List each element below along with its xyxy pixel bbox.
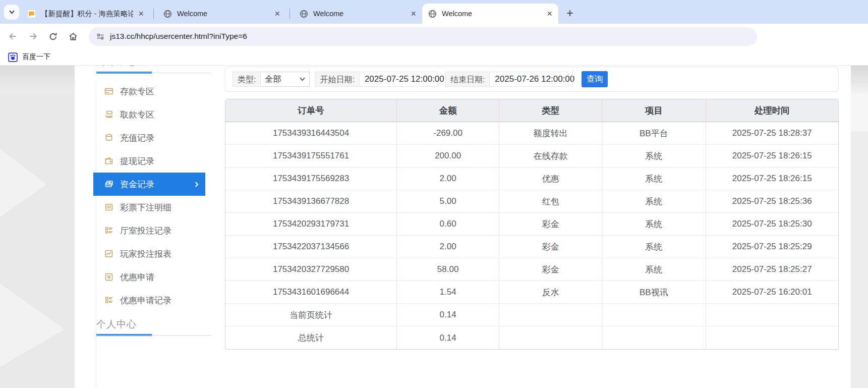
main-content: 类型: 全部 开始日期: 2025-07-25 12:00:00 结束日期: 2… xyxy=(225,66,839,349)
sidebar-item-promo-apply[interactable]: 优惠申请 xyxy=(93,265,205,289)
sidebar-item-hall-bet-record[interactable]: 厅室投注记录 xyxy=(93,219,205,242)
table-row: 17534220371345662.00彩金系统2025-07-25 18:25… xyxy=(225,236,838,258)
column-header: 处理时间 xyxy=(706,99,838,122)
forward-button[interactable] xyxy=(24,28,41,45)
bookmark-label: 百度一下 xyxy=(22,52,50,62)
reload-icon xyxy=(48,32,58,41)
sidebar-item-label: 提现记录 xyxy=(120,155,154,167)
table-cell: 优惠 xyxy=(499,168,602,190)
table-cell: 2025-07-25 18:25:27 xyxy=(706,258,838,281)
table-cell: 当前页统计 xyxy=(225,304,397,326)
table-cell xyxy=(706,304,838,326)
browser-toolbar: js13.cc/hhcp/usercenter.html?iniType=6 xyxy=(0,24,868,49)
tab-strip: 【新提醒】积分 - 海燕策略论坛×Welcome×Welcome×Welcome… xyxy=(0,0,868,24)
table-cell: 1753439136677828 xyxy=(225,190,397,213)
sidebar-section-title: 个人中心 xyxy=(96,317,222,332)
tab-3[interactable]: Welcome× xyxy=(294,4,422,24)
tab-close-button[interactable]: × xyxy=(136,9,146,18)
home-button[interactable] xyxy=(65,28,82,45)
tab-close-button[interactable]: × xyxy=(545,9,554,18)
tab-title: Welcome xyxy=(442,10,542,18)
back-button[interactable] xyxy=(4,28,21,45)
watermark-triangle xyxy=(0,284,65,367)
table-cell: 58.00 xyxy=(397,258,499,281)
tab-search-button[interactable] xyxy=(4,5,19,20)
sidebar-item-label: 优惠申请 xyxy=(120,271,154,283)
sidebar-item-funds-record[interactable]: 资金记录 xyxy=(93,173,205,196)
table-cell xyxy=(602,326,706,349)
sidebar-item-withdraw-hand[interactable]: 取款专区 xyxy=(93,103,205,126)
tab-1[interactable]: 【新提醒】积分 - 海燕策略论坛× xyxy=(21,4,150,24)
table-cell: 2025-07-25 18:28:37 xyxy=(706,122,838,145)
sidebar-item-label: 厅室投注记录 xyxy=(120,225,171,237)
sidebar-menu: 存款专区取款专区充值记录提现记录资金记录彩票下注明细厅室投注记录玩家投注报表优惠… xyxy=(93,80,222,312)
sidebar-item-player-report[interactable]: 玩家投注报表 xyxy=(93,242,205,265)
table-cell: BB平台 xyxy=(602,122,706,145)
table-cell: 总统计 xyxy=(225,326,397,349)
page-right-margin xyxy=(851,66,868,388)
end-date-input[interactable]: 2025-07-26 12:00:00 xyxy=(490,72,568,87)
table-cell: 系统 xyxy=(602,168,706,190)
promo-apply-icon xyxy=(104,272,113,282)
sidebar-item-withdraw-record[interactable]: 提现记录 xyxy=(93,149,205,173)
table-cell: 1753439175551761 xyxy=(225,145,397,168)
tab-title: 【新提醒】积分 - 海燕策略论坛 xyxy=(41,9,133,19)
table-cell: 1753439175569283 xyxy=(225,168,397,190)
tab-divider xyxy=(153,9,154,19)
column-header: 类型 xyxy=(499,99,602,122)
right-texture xyxy=(851,66,868,93)
summary-row: 当前页统计0.14 xyxy=(225,304,838,326)
bookmark-baidu[interactable]: 百度一下 xyxy=(8,51,50,63)
globe-favicon-icon xyxy=(428,10,437,18)
table-cell: 1753420293179731 xyxy=(225,213,397,236)
bookmarks-bar: 百度一下 xyxy=(0,49,868,66)
filter-bar: 类型: 全部 开始日期: 2025-07-25 12:00:00 结束日期: 2… xyxy=(225,67,839,92)
withdraw-record-icon xyxy=(104,156,113,165)
sidebar-item-label: 玩家投注报表 xyxy=(120,248,171,260)
recharge-coin-icon xyxy=(104,133,113,142)
table-cell: 彩金 xyxy=(499,258,602,281)
table-cell xyxy=(499,304,602,326)
section-underline xyxy=(96,72,211,74)
table-cell: 1753422037134566 xyxy=(225,236,397,258)
type-select[interactable]: 全部 xyxy=(261,72,310,87)
tab-close-button[interactable]: × xyxy=(409,9,418,18)
table-cell xyxy=(706,326,838,349)
table-cell: 系统 xyxy=(602,236,706,258)
tab-2[interactable]: Welcome× xyxy=(157,4,286,24)
sidebar-item-recharge-coin[interactable]: 充值记录 xyxy=(93,126,205,149)
tab-4[interactable]: Welcome× xyxy=(422,4,558,24)
globe-favicon-icon xyxy=(300,10,308,18)
table-cell: 1753420327729580 xyxy=(225,258,397,281)
table-cell: 5.00 xyxy=(397,190,499,213)
search-button[interactable]: 查询 xyxy=(582,71,608,87)
reload-button[interactable] xyxy=(44,28,62,45)
tab-close-button[interactable]: × xyxy=(272,9,282,18)
chevron-down-icon xyxy=(9,10,15,14)
table-cell: 系统 xyxy=(602,190,706,213)
url-text: js13.cc/hhcp/usercenter.html?iniType=6 xyxy=(110,32,247,41)
site-settings-icon xyxy=(96,32,105,41)
url-bar[interactable]: js13.cc/hhcp/usercenter.html?iniType=6 xyxy=(89,27,757,46)
section-underline xyxy=(96,334,211,336)
page-left-margin xyxy=(0,66,75,388)
table-row: 17534391366778285.00红包系统2025-07-25 18:25… xyxy=(225,190,838,213)
sidebar-item-promo-record[interactable]: 优惠申请记录 xyxy=(93,289,205,312)
page-content: 财务中心存款专区取款专区充值记录提现记录资金记录彩票下注明细厅室投注记录玩家投注… xyxy=(0,66,868,388)
start-date-input[interactable]: 2025-07-25 12:00:00 xyxy=(360,72,438,87)
globe-favicon-icon xyxy=(163,10,172,18)
type-filter-label: 类型: xyxy=(233,72,261,87)
table-cell: -269.00 xyxy=(397,122,499,145)
sidebar-item-lottery-detail[interactable]: 彩票下注明细 xyxy=(93,196,205,219)
table-row: 175342032772958058.00彩金系统2025-07-25 18:2… xyxy=(225,258,838,281)
table-cell: 2.00 xyxy=(397,236,499,258)
table-cell: 1753439316443504 xyxy=(225,122,397,145)
funds-table: 订单号金额类型项目处理时间1753439316443504-269.00额度转出… xyxy=(225,99,839,350)
sidebar-item-deposit-card[interactable]: 存款专区 xyxy=(93,80,205,103)
table-cell: 200.00 xyxy=(397,145,499,168)
tabs-container: 【新提醒】积分 - 海燕策略论坛×Welcome×Welcome×Welcome… xyxy=(21,0,558,24)
summary-row: 总统计0.14 xyxy=(225,326,838,349)
new-tab-button[interactable]: + xyxy=(562,5,577,22)
start-date-label: 开始日期: xyxy=(315,72,359,87)
table-cell: 2025-07-25 18:26:15 xyxy=(706,145,838,168)
